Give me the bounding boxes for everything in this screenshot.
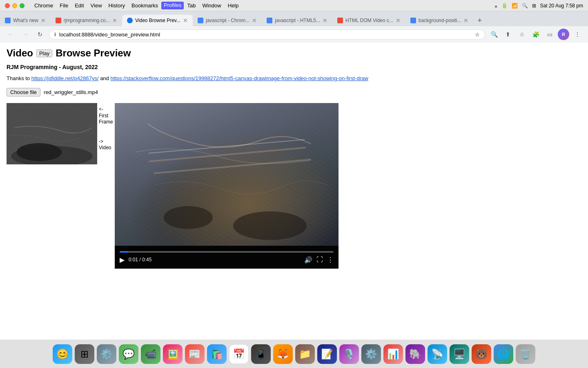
url-text: localhost:8888/video_browse_preview.html bbox=[59, 31, 472, 38]
tab-label: javascript - Chrom... bbox=[206, 18, 249, 23]
tab-favicon bbox=[337, 18, 343, 23]
menu-edit[interactable]: Edit bbox=[71, 2, 87, 9]
thanks-prefix: Thanks to bbox=[7, 75, 30, 81]
preview-area: <- First Frame -> Video bbox=[7, 103, 581, 269]
address-bar-row: ← → ↻ ℹ localhost:8888/video_browse_prev… bbox=[0, 26, 588, 43]
titlebar-right: ⟁ 🔋 📶 🔍 ⊞ Sat 20 Aug 7:58 pm bbox=[494, 3, 583, 9]
progress-fill bbox=[120, 251, 128, 253]
tab-background-position[interactable]: background-positi... ✕ bbox=[405, 15, 474, 26]
tab-close-icon[interactable]: ✕ bbox=[252, 17, 257, 24]
menu-help[interactable]: Help bbox=[225, 2, 242, 9]
tab-close-icon[interactable]: ✕ bbox=[463, 17, 468, 24]
thanks-link1[interactable]: https://jsfiddle.net/p42867ys/ bbox=[31, 75, 99, 81]
wifi-icon: 📶 bbox=[512, 3, 518, 9]
svg-point-1 bbox=[11, 146, 93, 164]
arrow-labels: <- First Frame -> Video bbox=[97, 103, 115, 155]
tab-javascript-chrome[interactable]: javascript - Chrom... ✕ bbox=[193, 15, 262, 26]
menu-history[interactable]: History bbox=[105, 2, 128, 9]
menu-file[interactable]: File bbox=[56, 2, 71, 9]
forward-button[interactable]: → bbox=[20, 29, 31, 40]
tab-label: rjmprogramming.co... bbox=[64, 18, 110, 23]
page-content: Video Play Browse Preview RJM Programmin… bbox=[0, 43, 588, 274]
menu-profiles[interactable]: Profiles bbox=[161, 2, 184, 9]
tab-favicon bbox=[5, 18, 11, 23]
play-badge: Play bbox=[36, 49, 52, 57]
tab-close-icon[interactable]: ✕ bbox=[396, 17, 401, 24]
controls-row: ▶ 0:01 / 0:45 🔊 ⛶ ⋮ bbox=[120, 256, 334, 264]
share-icon[interactable]: ⬆ bbox=[502, 29, 514, 40]
minimize-button[interactable] bbox=[12, 3, 17, 8]
svg-rect-0 bbox=[7, 103, 97, 164]
tab-video-browse-preview[interactable]: Video Browse Prev... ✕ bbox=[122, 15, 193, 26]
tab-favicon bbox=[410, 18, 416, 23]
bookmark-icon[interactable]: ☆ bbox=[516, 29, 528, 40]
play-button[interactable]: ▶ bbox=[120, 256, 125, 264]
sidebar-icon[interactable]: ▭ bbox=[544, 29, 555, 40]
search-toolbar-icon[interactable]: 🔍 bbox=[488, 29, 500, 40]
bluetooth-icon: ⟁ bbox=[494, 3, 497, 9]
titlebar-menu: Chrome File Edit View History Bookmarks … bbox=[31, 2, 242, 9]
menu-icon[interactable]: ⋮ bbox=[572, 29, 583, 40]
filename-text: red_wriggler_stills.mp4 bbox=[44, 89, 98, 95]
tab-close-icon[interactable]: ✕ bbox=[112, 17, 117, 24]
tab-favicon bbox=[56, 18, 61, 23]
tab-favicon bbox=[198, 18, 203, 23]
menu-bookmarks[interactable]: Bookmarks bbox=[128, 2, 161, 9]
svg-point-4 bbox=[233, 211, 307, 240]
profile-avatar[interactable]: R bbox=[558, 29, 569, 40]
svg-point-2 bbox=[17, 143, 62, 161]
close-button[interactable] bbox=[5, 3, 10, 8]
time-display: 0:01 / 0:45 bbox=[129, 257, 300, 263]
menu-tab[interactable]: Tab bbox=[184, 2, 199, 9]
thumbnail-svg bbox=[7, 103, 97, 164]
tab-label: javascript - HTML5... bbox=[275, 18, 320, 23]
svg-rect-3 bbox=[7, 103, 97, 164]
video-thumbnail bbox=[7, 103, 97, 164]
control-center-icon[interactable]: ⊞ bbox=[532, 3, 536, 9]
lock-icon: ℹ bbox=[54, 32, 56, 37]
extensions-icon[interactable]: 🧩 bbox=[530, 29, 541, 40]
tab-favicon bbox=[267, 18, 272, 23]
address-bar[interactable]: ℹ localhost:8888/video_browse_preview.ht… bbox=[49, 29, 485, 40]
video-controls-right: 🔊 ⛶ ⋮ bbox=[304, 256, 334, 264]
mute-button[interactable]: 🔊 bbox=[304, 256, 312, 264]
tab-close-icon[interactable]: ✕ bbox=[323, 17, 327, 24]
page-title: Video Play Browse Preview bbox=[7, 47, 581, 59]
titlebar: Chrome File Edit View History Bookmarks … bbox=[0, 0, 588, 11]
tab-close-icon[interactable]: ✕ bbox=[183, 17, 188, 24]
arrow-video: -> Video bbox=[99, 139, 113, 151]
menu-view[interactable]: View bbox=[87, 2, 105, 9]
search-icon[interactable]: 🔍 bbox=[522, 3, 528, 9]
title-after: Browse Preview bbox=[56, 47, 131, 59]
new-tab-button[interactable]: + bbox=[473, 15, 486, 26]
tab-rjmprogramming[interactable]: rjmprogramming.co... ✕ bbox=[51, 15, 122, 26]
toolbar-icons: 🔍 ⬆ ☆ 🧩 ▭ R ⋮ bbox=[488, 29, 583, 40]
tab-label: What's new bbox=[13, 18, 38, 23]
fullscreen-button[interactable]: ⛶ bbox=[316, 256, 323, 264]
progress-bar[interactable] bbox=[120, 251, 334, 253]
back-button[interactable]: ← bbox=[5, 29, 16, 40]
video-player[interactable]: ▶ 0:01 / 0:45 🔊 ⛶ ⋮ bbox=[115, 103, 339, 269]
tab-favicon bbox=[127, 18, 133, 23]
menu-window[interactable]: Window bbox=[199, 2, 224, 9]
more-options-button[interactable]: ⋮ bbox=[327, 256, 334, 264]
tab-whats-new[interactable]: What's new ✕ bbox=[0, 15, 51, 26]
thumbnail-section: <- First Frame -> Video bbox=[7, 103, 115, 164]
tab-close-icon[interactable]: ✕ bbox=[41, 17, 46, 24]
reload-button[interactable]: ↻ bbox=[34, 29, 46, 40]
tab-javascript-html5[interactable]: javascript - HTML5... ✕ bbox=[262, 15, 332, 26]
tab-html-dom-video[interactable]: HTML DOM Video c... ✕ bbox=[332, 15, 405, 26]
video-frame bbox=[115, 103, 339, 246]
choose-file-button[interactable]: Choose file bbox=[7, 88, 40, 96]
menu-chrome[interactable]: Chrome bbox=[31, 2, 56, 9]
maximize-button[interactable] bbox=[20, 3, 24, 8]
file-row: Choose file red_wriggler_stills.mp4 bbox=[7, 88, 581, 96]
star-icon[interactable]: ☆ bbox=[475, 31, 480, 38]
datetime: Sat 20 Aug 7:58 pm bbox=[540, 3, 583, 9]
tab-label: HTML DOM Video c... bbox=[345, 18, 393, 23]
video-content-svg bbox=[115, 103, 339, 246]
thanks-link2[interactable]: https://stackoverflow.com/questions/1998… bbox=[110, 75, 368, 81]
browser-content: Video Play Browse Preview RJM Programmin… bbox=[0, 43, 588, 337]
thanks-row: Thanks to https://jsfiddle.net/p42867ys/… bbox=[7, 75, 581, 81]
arrow-first-frame: <- First Frame bbox=[99, 106, 113, 126]
